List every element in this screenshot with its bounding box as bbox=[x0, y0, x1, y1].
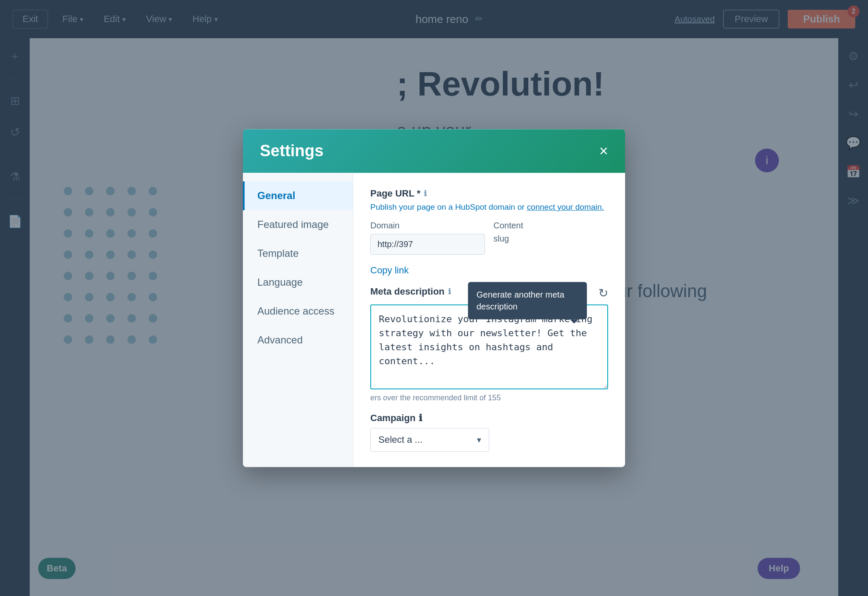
regenerate-meta-icon[interactable]: ↻ bbox=[598, 286, 608, 300]
campaign-dropdown-arrow: ▾ bbox=[477, 435, 481, 445]
nav-item-advanced[interactable]: Advanced bbox=[243, 326, 353, 354]
settings-modal: Settings × General Featured image Templa… bbox=[243, 129, 625, 467]
char-limit-warning: ers over the recommended limit of 155 bbox=[370, 394, 608, 402]
nav-item-template[interactable]: Template bbox=[243, 239, 353, 268]
domain-content-row: Domain Content slug bbox=[370, 221, 608, 255]
nav-item-language[interactable]: Language bbox=[243, 268, 353, 297]
content-slug-column: Content slug bbox=[493, 221, 608, 255]
meta-desc-info-icon: ℹ bbox=[448, 287, 451, 296]
meta-desc-field-label: Meta description ℹ bbox=[370, 286, 451, 297]
campaign-select-dropdown[interactable]: Select a ... ▾ bbox=[370, 428, 489, 452]
domain-label: Domain bbox=[370, 221, 485, 231]
nav-item-featured-image[interactable]: Featured image bbox=[243, 210, 353, 239]
modal-body: General Featured image Template Language… bbox=[243, 173, 625, 467]
campaign-info-icon: ℹ bbox=[419, 413, 422, 424]
regenerate-tooltip: Generate another meta description bbox=[468, 282, 587, 319]
copy-link-button[interactable]: Copy link bbox=[370, 265, 409, 276]
modal-title: Settings bbox=[260, 142, 324, 160]
modal-navigation: General Featured image Template Language… bbox=[243, 173, 353, 467]
page-url-sublabel: Publish your page on a HubSpot domain or… bbox=[370, 202, 608, 213]
nav-item-audience-access[interactable]: Audience access bbox=[243, 297, 353, 326]
modal-close-button[interactable]: × bbox=[599, 143, 608, 159]
connect-domain-link[interactable]: connect your domain. bbox=[527, 202, 604, 211]
page-url-info-icon: ℹ bbox=[424, 189, 427, 198]
domain-column: Domain bbox=[370, 221, 485, 255]
meta-description-header: Meta description ℹ ↻ Generate another me… bbox=[370, 286, 608, 300]
page-url-field-label: Page URL * ℹ bbox=[370, 188, 608, 199]
campaign-field-label: Campaign ℹ bbox=[370, 413, 608, 424]
slug-label: slug bbox=[493, 234, 608, 244]
modal-content-area: Page URL * ℹ Publish your page on a HubS… bbox=[353, 173, 625, 467]
modal-header: Settings × bbox=[243, 129, 625, 173]
content-label: Content bbox=[493, 221, 608, 231]
nav-item-general[interactable]: General bbox=[243, 181, 353, 210]
domain-input[interactable] bbox=[370, 234, 485, 255]
